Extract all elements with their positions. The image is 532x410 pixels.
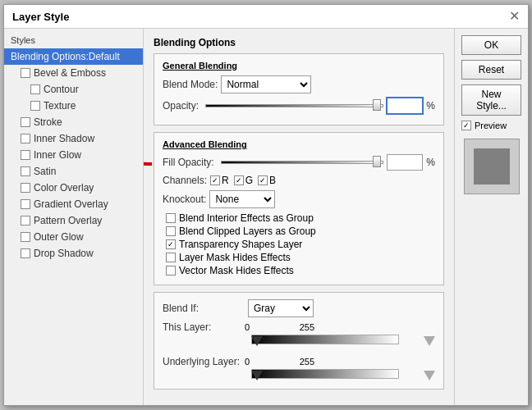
opacity-row: Opacity: 100 % <box>163 98 435 114</box>
sidebar-item-9[interactable]: Gradient Overlay <box>4 196 143 212</box>
this-layer-label: This Layer: <box>163 321 245 333</box>
this-layer-slider-wrap[interactable] <box>251 335 435 344</box>
this-layer-left-thumb[interactable] <box>251 336 263 346</box>
underlying-layer-label: Underlying Layer: <box>163 356 245 367</box>
sidebar-checkbox-6[interactable] <box>21 150 30 160</box>
close-button[interactable]: ✕ <box>509 10 520 23</box>
sidebar-item-3[interactable]: Texture <box>4 98 143 114</box>
preview-box <box>464 139 520 194</box>
sidebar-checkbox-10[interactable] <box>21 216 30 226</box>
this-layer-max: 255 <box>300 322 314 332</box>
cb1-row[interactable]: Blend Interior Effects as Group <box>163 212 435 224</box>
knockout-label: Knockout: <box>163 194 206 205</box>
sidebar-item-label-5: Inner Shadow <box>34 133 94 144</box>
sidebar-checkbox-5[interactable] <box>21 134 30 144</box>
fill-opacity-track <box>221 161 384 164</box>
this-layer-values: 0 255 <box>245 322 314 332</box>
cb5-label: Vector Mask Hides Effects <box>179 265 294 276</box>
channel-r-checkbox[interactable] <box>210 175 220 185</box>
sidebar-checkbox-8[interactable] <box>21 183 30 193</box>
channel-b-checkbox[interactable] <box>258 175 268 185</box>
sidebar-item-label-10: Pattern Overlay <box>34 215 102 226</box>
dialog-body: Styles Blending Options:DefaultBevel & E… <box>4 29 528 405</box>
sidebar-item-6[interactable]: Inner Glow <box>4 147 143 163</box>
sidebar-item-12[interactable]: Drop Shadow <box>4 245 143 262</box>
sidebar-item-8[interactable]: Color Overlay <box>4 180 143 196</box>
sidebar-checkbox-12[interactable] <box>21 248 30 258</box>
underlying-layer-left-thumb[interactable] <box>251 371 263 380</box>
channel-g-checkbox[interactable] <box>234 175 244 185</box>
channel-g-check[interactable]: G <box>234 175 253 186</box>
cb2-row[interactable]: Blend Clipped Layers as Group <box>163 226 435 237</box>
sidebar-item-0[interactable]: Blending Options:Default <box>4 48 143 65</box>
sidebar-checkbox-9[interactable] <box>21 199 30 209</box>
sidebar-checkbox-11[interactable] <box>21 232 30 242</box>
cb4-checkbox[interactable] <box>166 253 176 262</box>
new-style-button[interactable]: New Style... <box>461 84 521 116</box>
cb4-label: Layer Mask Hides Effects <box>179 252 291 263</box>
opacity-thumb[interactable] <box>373 99 381 111</box>
sidebar-checkbox-7[interactable] <box>21 166 30 176</box>
sidebar-item-11[interactable]: Outer Glow <box>4 229 143 245</box>
sidebar-checkbox-3[interactable] <box>30 101 40 111</box>
advanced-blending-title: Advanced Blending <box>163 139 435 149</box>
sidebar-item-5[interactable]: Inner Shadow <box>4 130 143 147</box>
knockout-select[interactable]: None Shallow Deep <box>209 190 275 208</box>
title-bar: Layer Style ✕ <box>4 5 528 29</box>
sidebar-item-7[interactable]: Satin <box>4 163 143 180</box>
fill-opacity-input[interactable]: 100 <box>387 154 423 171</box>
cb2-checkbox[interactable] <box>166 226 176 236</box>
sidebar-item-4[interactable]: Stroke <box>4 114 143 130</box>
sidebar-checkbox-4[interactable] <box>21 117 30 127</box>
underlying-layer-right-thumb[interactable] <box>424 371 435 380</box>
cb4-row[interactable]: Layer Mask Hides Effects <box>163 252 435 263</box>
cb1-checkbox[interactable] <box>166 213 176 223</box>
sidebar-checkbox-2[interactable] <box>30 84 40 94</box>
underlying-layer-values: 0 255 <box>245 357 314 367</box>
fill-opacity-thumb[interactable] <box>373 156 381 167</box>
sidebar-item-label-0: Blending Options:Default <box>11 51 120 62</box>
channel-r-check[interactable]: R <box>210 175 229 186</box>
underlying-layer-row: Underlying Layer: 0 255 <box>163 356 435 367</box>
opacity-label: Opacity: <box>163 100 199 112</box>
blend-mode-row: Blend Mode: Normal Dissolve Multiply <box>163 75 435 93</box>
sidebar-checkbox-1[interactable] <box>21 68 30 78</box>
channel-b-label: B <box>269 175 276 186</box>
opacity-input[interactable]: 100 <box>387 98 423 114</box>
preview-checkbox[interactable] <box>461 121 471 130</box>
cb5-row[interactable]: Vector Mask Hides Effects <box>163 265 435 276</box>
channels-label: Channels: <box>163 175 207 186</box>
cb3-checkbox[interactable] <box>166 239 176 249</box>
underlying-layer-slider-wrap[interactable] <box>251 369 435 379</box>
cb3-row[interactable]: Transparency Shapes Layer <box>163 239 435 250</box>
underlying-layer-max: 255 <box>300 357 314 367</box>
fill-opacity-slider[interactable] <box>221 157 384 168</box>
channel-b-check[interactable]: B <box>258 175 276 186</box>
sidebar-item-label-3: Texture <box>44 100 76 112</box>
opacity-percent: % <box>426 100 435 112</box>
sidebar-item-10[interactable]: Pattern Overlay <box>4 212 143 229</box>
this-layer-row: This Layer: 0 255 <box>163 321 435 333</box>
preview-swatch <box>474 148 510 184</box>
channel-g-label: G <box>245 175 253 186</box>
this-layer-slider-track <box>251 335 399 344</box>
blend-mode-select[interactable]: Normal Dissolve Multiply <box>221 75 311 93</box>
opacity-slider[interactable] <box>205 100 383 112</box>
blend-if-label: Blend If: <box>163 303 245 314</box>
fill-opacity-row: Fill Opacity: 100 % <box>163 154 435 171</box>
right-panel: OK Reset New Style... Preview <box>454 29 528 405</box>
underlying-layer-slider-track <box>251 369 399 379</box>
cb1-label: Blend Interior Effects as Group <box>179 212 314 224</box>
sidebar-item-1[interactable]: Bevel & Emboss <box>4 65 143 81</box>
this-layer-right-thumb[interactable] <box>424 336 435 346</box>
preview-label-text: Preview <box>475 121 507 130</box>
general-blending-title: General Blending <box>163 61 435 71</box>
blend-if-row: Blend If: Gray Red Green Blue <box>163 299 435 317</box>
blend-if-select[interactable]: Gray Red Green Blue <box>248 299 314 317</box>
cb5-checkbox[interactable] <box>166 266 176 276</box>
ok-button[interactable]: OK <box>461 35 521 55</box>
sidebar-item-2[interactable]: Contour <box>4 81 143 98</box>
reset-button[interactable]: Reset <box>461 60 521 80</box>
sidebar-header: Styles <box>4 34 143 48</box>
channel-r-label: R <box>222 175 229 186</box>
